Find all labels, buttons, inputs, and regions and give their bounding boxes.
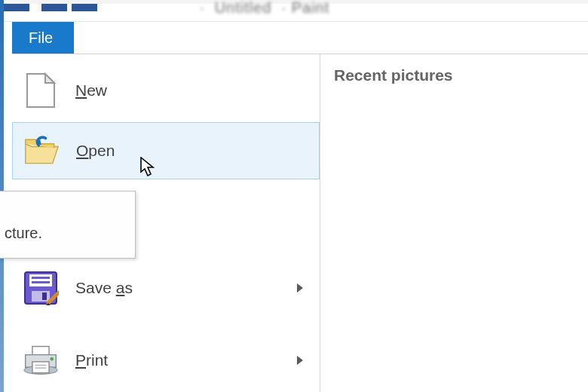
menu-item-new[interactable]: New [12,62,320,119]
menu-label-new: New [75,81,107,100]
svg-rect-6 [32,281,50,283]
submenu-arrow-icon [297,356,303,365]
quick-access-toolbar [4,4,102,22]
qat-item[interactable] [72,4,97,11]
menu-label-open: Open [76,142,115,160]
svg-rect-4 [29,274,52,286]
save-as-icon [23,270,59,306]
folder-open-icon [23,133,60,169]
qat-item[interactable] [4,4,29,11]
svg-rect-7 [32,291,50,302]
svg-point-16 [50,357,54,361]
svg-marker-1 [45,74,54,83]
menu-item-save-as[interactable]: Save as [12,259,320,317]
tooltip-open: cture. [0,191,136,259]
svg-rect-5 [32,277,50,279]
svg-rect-11 [32,347,49,355]
tooltip-text: cture. [5,225,42,241]
ribbon-tabs: File [12,22,74,54]
qat-item[interactable] [41,4,67,11]
menu-label-print: Print [75,351,108,369]
title-text-cropped: · Untitled · Paint [200,0,329,17]
new-file-icon [23,72,59,109]
titlebar: · Untitled · Paint [4,4,588,22]
svg-rect-13 [32,362,49,373]
recent-heading: Recent pictures [334,66,574,84]
menu-item-open[interactable]: Open [12,122,320,179]
file-tab[interactable]: File [12,22,74,54]
file-tab-label: File [29,29,53,47]
menu-label-save-as: Save as [75,279,133,297]
recent-panel: Recent pictures [320,54,588,392]
paint-window: · Untitled · Paint File New [4,4,588,392]
svg-rect-8 [42,292,47,300]
menu-item-print[interactable]: Print [12,332,320,389]
printer-icon [23,342,59,378]
submenu-arrow-icon [297,283,303,292]
